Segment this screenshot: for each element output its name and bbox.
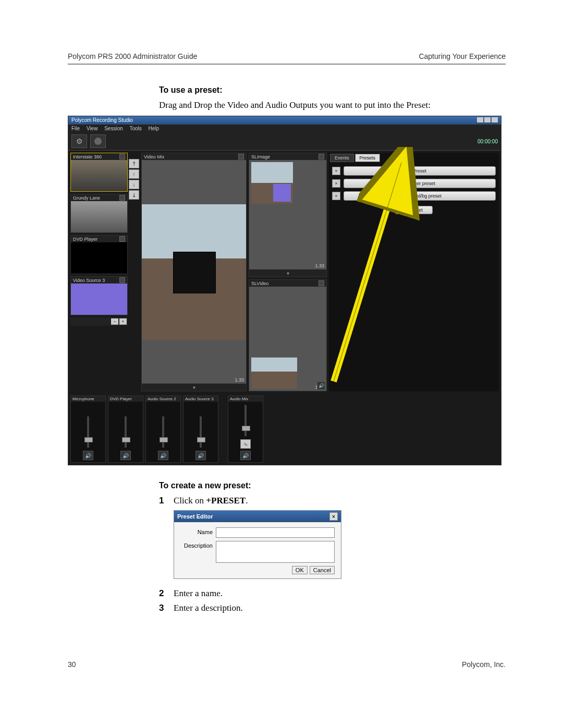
- window-titlebar: Polycom Recording Studio: [68, 116, 501, 125]
- record-button[interactable]: [90, 134, 106, 148]
- menu-session[interactable]: Session: [104, 126, 123, 131]
- dialog-title: Preset Editor: [177, 513, 213, 520]
- footer-company: Polycom, Inc.: [462, 660, 506, 669]
- move-up-button[interactable]: ↑: [129, 169, 139, 179]
- source-thumb-3[interactable]: [71, 283, 127, 315]
- section-heading-use-preset: To use a preset:: [159, 85, 506, 95]
- audio-wave-button[interactable]: ∿: [240, 439, 251, 449]
- window-title: Polycom Recording Studio: [71, 117, 133, 124]
- running-head-right: Capturing Your Experience: [419, 52, 506, 60]
- step-text-2: Enter a name.: [174, 588, 223, 599]
- audio-fader-0[interactable]: [71, 402, 105, 451]
- menu-tools[interactable]: Tools: [129, 126, 141, 131]
- settings-button[interactable]: [71, 134, 87, 148]
- audio-label-4: Audio Mix: [228, 396, 263, 402]
- source-label-0: Interstate 380: [73, 154, 102, 159]
- description-label: Description: [180, 541, 216, 549]
- audio-label-2: Audio Source 2: [146, 396, 180, 402]
- source-checkbox-1[interactable]: [119, 195, 125, 201]
- source-label-2: DVD Player: [73, 237, 97, 242]
- audio-mute-2[interactable]: 🔊: [158, 451, 168, 460]
- step-number-3: 3: [159, 603, 174, 613]
- preset-add-button[interactable]: + Preset: [395, 206, 433, 214]
- source-checkbox-0[interactable]: [119, 154, 125, 159]
- audio-fader-1[interactable]: [108, 402, 143, 451]
- videomix-checkbox[interactable]: [238, 154, 244, 159]
- audio-label-1: DVD Player: [108, 396, 143, 402]
- screenshot-preset-editor: Preset Editor × Name Description OK Canc…: [174, 510, 341, 579]
- menubar[interactable]: File View Session Tools Help: [68, 125, 501, 132]
- menu-help[interactable]: Help: [149, 126, 160, 131]
- audio-label-3: Audio Source 3: [183, 396, 218, 402]
- move-down-button[interactable]: ↓: [129, 180, 139, 189]
- preset-delete-0[interactable]: ×: [332, 167, 340, 175]
- audio-fader-4[interactable]: [228, 402, 263, 439]
- step-text-3: Enter a description.: [174, 603, 243, 613]
- slimage-checkbox[interactable]: [319, 154, 324, 159]
- source-label-1: Grundy Lane: [73, 195, 100, 201]
- source-checkbox-2[interactable]: [119, 236, 125, 242]
- ok-button[interactable]: OK: [292, 566, 308, 574]
- name-input[interactable]: [216, 527, 335, 538]
- audio-mute-0[interactable]: 🔊: [83, 451, 93, 460]
- cancel-button[interactable]: Cancel: [310, 566, 335, 574]
- source-add-button[interactable]: +: [119, 318, 127, 325]
- menu-file[interactable]: File: [71, 126, 80, 131]
- audio-fader-3[interactable]: [183, 402, 218, 451]
- videomix-aspect: 1.33: [235, 377, 244, 382]
- name-label: Name: [180, 527, 216, 535]
- slvideo-speaker-icon[interactable]: 🔊: [317, 381, 325, 390]
- slvideo-preview[interactable]: 1.33 🔊: [249, 287, 326, 391]
- step-number-2: 2: [159, 588, 174, 599]
- section-body-use-preset: Drag and Drop the Video and Audio Output…: [159, 100, 506, 110]
- slimage-preview[interactable]: 1.33: [249, 160, 326, 269]
- audio-mute-1[interactable]: 🔊: [120, 451, 131, 460]
- slvideo-checkbox[interactable]: [319, 280, 324, 286]
- source-thumb-0[interactable]: [71, 160, 127, 191]
- move-top-button[interactable]: ⤒: [129, 159, 139, 168]
- preset-delete-1[interactable]: ×: [332, 179, 340, 188]
- preset-delete-2[interactable]: ×: [332, 192, 340, 200]
- videomix-expand[interactable]: ▾: [193, 385, 195, 390]
- preset-item-2[interactable]: foreground/bg preset: [344, 191, 496, 201]
- source-label-3: Video Source 3: [73, 278, 105, 283]
- screenshot-recording-studio: Polycom Recording Studio File View Sessi…: [68, 116, 506, 465]
- tab-events[interactable]: Events: [330, 154, 354, 162]
- window-controls[interactable]: [476, 117, 498, 124]
- source-remove-button[interactable]: −: [111, 318, 118, 325]
- running-head-left: Polycom PRS 2000 Administrator Guide: [68, 52, 197, 60]
- slvideo-label: SLVideo: [251, 281, 268, 286]
- timecode: 00:00:00: [478, 139, 498, 144]
- source-checkbox-3[interactable]: [119, 277, 125, 283]
- step-text-1: Click on +PRESET.: [174, 496, 248, 506]
- videomix-preview[interactable]: 1.33: [142, 160, 246, 384]
- audio-mute-4[interactable]: 🔊: [240, 451, 251, 460]
- tab-presets[interactable]: Presets: [355, 154, 381, 162]
- move-bottom-button[interactable]: ⤓: [129, 190, 139, 200]
- page-footer: 30 Polycom, Inc.: [68, 660, 506, 669]
- menu-view[interactable]: View: [87, 126, 98, 131]
- audio-label-0: Microphone: [71, 396, 105, 402]
- slimage-expand[interactable]: ▾: [287, 270, 289, 276]
- audio-mute-3[interactable]: 🔊: [195, 451, 206, 460]
- description-input[interactable]: [216, 541, 335, 563]
- running-head: Polycom PRS 2000 Administrator Guide Cap…: [68, 52, 506, 65]
- step-number-1: 1: [159, 496, 174, 506]
- page-number: 30: [68, 660, 76, 669]
- source-thumb-2[interactable]: [71, 242, 127, 274]
- slimage-aspect: 1.33: [315, 263, 324, 268]
- audio-fader-2[interactable]: [146, 402, 180, 451]
- source-thumb-1[interactable]: [71, 201, 127, 232]
- preset-item-1[interactable]: spencer preset: [344, 179, 496, 188]
- dialog-close-button[interactable]: ×: [329, 512, 338, 521]
- videomix-label: Video Mix: [144, 154, 164, 159]
- slimage-label: SLImage: [251, 154, 270, 159]
- preset-item-0[interactable]: Preset: [344, 166, 496, 176]
- toolbar: 00:00:00: [68, 132, 501, 151]
- section-heading-create-preset: To create a new preset:: [159, 481, 506, 490]
